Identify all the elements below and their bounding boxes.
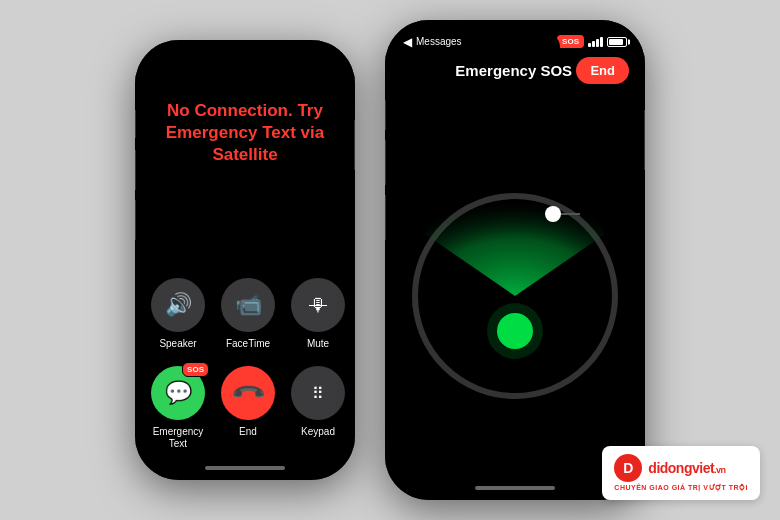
mute-button[interactable]: 🎙 Mute xyxy=(291,278,345,350)
call-buttons-grid: 🔊 Speaker 📹 FaceTime 🎙 Mute xyxy=(151,278,339,450)
logo-text: didongviet xyxy=(648,460,714,476)
logo-tld: .vn xyxy=(714,465,726,475)
radar-glow xyxy=(487,303,543,359)
home-indicator-right xyxy=(475,486,555,490)
signal-bars xyxy=(588,37,603,47)
dynamic-island-right xyxy=(470,34,560,60)
dynamic-island xyxy=(205,52,285,76)
emergency-sos-title: Emergency SOS xyxy=(455,62,572,79)
screen-right: ◀ Messages 9:41 SOS xyxy=(385,20,645,500)
facetime-button[interactable]: 📹 FaceTime xyxy=(221,278,275,350)
phone-left: No Connection. Try Emergency Text via Sa… xyxy=(135,40,355,480)
status-right: SOS xyxy=(557,35,627,48)
speaker-icon-circle: 🔊 xyxy=(151,278,205,332)
logo-name: didongviet.vn xyxy=(648,459,725,477)
bar-3 xyxy=(596,39,599,47)
logo-row: D didongviet.vn xyxy=(614,454,725,482)
logo-icon: D xyxy=(614,454,642,482)
emergency-text-icon: 💬 xyxy=(165,380,192,406)
error-message: No Connection. Try Emergency Text via Sa… xyxy=(151,100,339,166)
emergency-text-button[interactable]: 💬 SOS EmergencyText xyxy=(151,366,205,450)
bar-4 xyxy=(600,37,603,47)
facetime-label: FaceTime xyxy=(226,338,270,350)
battery-fill xyxy=(609,39,623,45)
keypad-icon-circle: ⠿ xyxy=(291,366,345,420)
facetime-icon: 📹 xyxy=(235,292,262,318)
emergency-text-icon-circle: 💬 SOS xyxy=(151,366,205,420)
end-call-icon: 📞 xyxy=(229,374,266,411)
speaker-icon: 🔊 xyxy=(165,292,192,318)
facetime-icon-circle: 📹 xyxy=(221,278,275,332)
keypad-icon: ⠿ xyxy=(312,384,325,403)
back-chevron: ◀ xyxy=(403,35,412,49)
logo-overlay: D didongviet.vn CHUYÊN GIAO GIÁ TRỊ VƯỢT… xyxy=(602,446,760,500)
speaker-label: Speaker xyxy=(159,338,196,350)
end-button[interactable]: End xyxy=(576,57,629,84)
radar-container xyxy=(385,92,645,500)
radar-svg xyxy=(405,186,625,406)
battery xyxy=(607,37,627,47)
screen-left: No Connection. Try Emergency Text via Sa… xyxy=(135,40,355,480)
radar-indicator xyxy=(545,206,561,222)
end-call-label: End xyxy=(239,426,257,438)
back-label[interactable]: Messages xyxy=(416,36,462,47)
radar-sweep xyxy=(425,186,605,296)
mute-icon: 🎙 xyxy=(309,295,327,316)
end-call-icon-circle: 📞 xyxy=(221,366,275,420)
sos-badge: SOS xyxy=(182,362,209,377)
keypad-label: Keypad xyxy=(301,426,335,438)
emergency-text-label: EmergencyText xyxy=(153,426,204,450)
mute-icon-circle: 🎙 xyxy=(291,278,345,332)
status-left: ◀ Messages xyxy=(403,35,462,49)
logo-tagline: CHUYÊN GIAO GIÁ TRỊ VƯỢT TRỘI xyxy=(614,484,748,492)
phone-right: ◀ Messages 9:41 SOS xyxy=(385,20,645,500)
bar-1 xyxy=(588,43,591,47)
scene: No Connection. Try Emergency Text via Sa… xyxy=(0,0,780,520)
end-call-button[interactable]: 📞 End xyxy=(221,366,275,450)
home-indicator xyxy=(205,466,285,470)
speaker-button[interactable]: 🔊 Speaker xyxy=(151,278,205,350)
keypad-button[interactable]: ⠿ Keypad xyxy=(291,366,345,450)
sos-indicator: SOS xyxy=(557,35,584,48)
bar-2 xyxy=(592,41,595,47)
mute-label: Mute xyxy=(307,338,329,350)
